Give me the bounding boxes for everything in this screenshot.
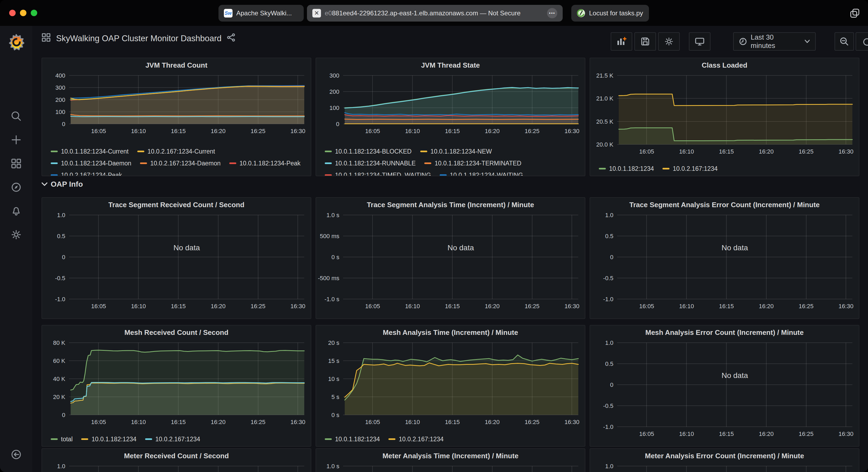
dashboards-icon[interactable] bbox=[10, 158, 22, 169]
legend-item[interactable]: total bbox=[51, 436, 72, 443]
panel-title[interactable]: JVM Thread Count bbox=[42, 58, 311, 72]
svg-text:16:20: 16:20 bbox=[759, 431, 774, 437]
svg-text:16:15: 16:15 bbox=[719, 148, 734, 155]
legend-item[interactable]: 10.0.2.167:1234-Current bbox=[137, 148, 215, 155]
tab-more-icon[interactable]: ••• bbox=[547, 8, 557, 18]
svg-text:20.5 K: 20.5 K bbox=[596, 118, 613, 125]
time-range-picker[interactable]: Last 30 minutes bbox=[733, 32, 816, 50]
legend-item[interactable]: 10.0.1.182:1234 bbox=[599, 165, 654, 172]
svg-text:16:15: 16:15 bbox=[445, 419, 460, 426]
sign-in-icon[interactable] bbox=[10, 449, 22, 460]
svg-text:0: 0 bbox=[62, 412, 65, 418]
refresh-button-group bbox=[856, 32, 868, 50]
panel-title[interactable]: Mesh Analysis Time (Increment) / Minute bbox=[316, 326, 585, 339]
minimize-window-button[interactable] bbox=[20, 10, 26, 16]
save-dashboard-button[interactable] bbox=[634, 32, 656, 50]
tab-skywalking[interactable]: Sw Apache SkyWalki... bbox=[218, 5, 304, 22]
legend-item[interactable]: 10.0.1.182:1234-WAITING bbox=[440, 172, 523, 176]
tab-overview-icon[interactable] bbox=[850, 9, 859, 20]
legend-item[interactable]: 10.0.2.167:1234 bbox=[145, 436, 200, 443]
svg-text:16:15: 16:15 bbox=[445, 128, 460, 134]
legend-item[interactable]: 10.0.1.182:1234-Peak bbox=[229, 160, 301, 167]
add-panel-button[interactable] bbox=[611, 32, 632, 50]
panel-mesh-analysis-error-count-increment-minute: Mesh Analysis Error Count (Increment) / … bbox=[590, 325, 859, 447]
legend-item[interactable]: 10.0.1.182:1234-NEW bbox=[420, 148, 492, 155]
legend-item[interactable]: 10.0.1.182:1234-TERMINATED bbox=[424, 160, 521, 167]
legend-item[interactable]: 10.0.1.182:1234-RUNNABLE bbox=[325, 160, 416, 167]
tab-active-grafana[interactable]: ✕ e0881eed4-22961232.ap-east-1.elb.amazo… bbox=[307, 5, 563, 22]
svg-text:16:20: 16:20 bbox=[485, 128, 500, 134]
configuration-gear-icon[interactable] bbox=[10, 229, 22, 240]
dashboard-settings-button[interactable] bbox=[658, 32, 680, 50]
chart[interactable]: -1.0-0.500.51.016:0516:1016:1516:2016:25… bbox=[590, 463, 859, 472]
panel-jvm-thread-count: JVM Thread Count010020030040016:0516:101… bbox=[41, 58, 311, 176]
svg-text:1.0: 1.0 bbox=[605, 339, 613, 346]
skywalking-favicon: Sw bbox=[224, 9, 232, 18]
panel-title[interactable]: Mesh Received Count / Second bbox=[42, 326, 311, 339]
zoom-window-button[interactable] bbox=[31, 10, 37, 16]
refresh-icon[interactable] bbox=[856, 37, 868, 46]
svg-text:16:20: 16:20 bbox=[211, 128, 225, 134]
tab-close-icon[interactable]: ✕ bbox=[312, 9, 321, 18]
zoom-out-button[interactable] bbox=[835, 32, 854, 50]
svg-text:20 K: 20 K bbox=[53, 394, 66, 400]
section-row-oap-info[interactable]: OAP Info bbox=[41, 180, 83, 189]
chart[interactable]: -1.0-0.500.51.016:0516:1016:1516:2016:25… bbox=[590, 212, 859, 312]
page-title[interactable]: SkyWalking OAP Cluster Monitor Dashboard bbox=[56, 34, 221, 43]
legend-item[interactable]: 10.0.1.182:1234-BLOCKED bbox=[325, 148, 412, 155]
legend-item[interactable]: 10.0.1.182:1234 bbox=[325, 436, 380, 443]
chart[interactable]: 0 s5 s10 s15 s20 s16:0516:1016:1516:2016… bbox=[316, 339, 585, 428]
panel-title[interactable]: Trace Segment Received Count / Second bbox=[42, 198, 311, 212]
panel-title[interactable]: Mesh Analysis Error Count (Increment) / … bbox=[590, 326, 859, 339]
legend-item[interactable]: 10.0.2.167:1234-Peak bbox=[51, 172, 122, 176]
svg-text:16:10: 16:10 bbox=[405, 128, 420, 134]
legend-item[interactable]: 10.0.2.167:1234-Daemon bbox=[140, 160, 221, 167]
legend-item[interactable]: 10.0.2.167:1234 bbox=[389, 436, 443, 443]
chart[interactable]: 20.0 K20.5 K21.0 K21.5 K16:0516:1016:151… bbox=[590, 72, 859, 157]
svg-text:16:30: 16:30 bbox=[564, 419, 579, 426]
legend-color-dash bbox=[325, 163, 332, 164]
chart[interactable]: -1.0-0.500.51.016:0516:1016:1516:2016:25… bbox=[590, 339, 859, 440]
close-window-button[interactable] bbox=[9, 10, 16, 16]
legend-item[interactable]: 10.0.1.182:1234 bbox=[81, 436, 136, 443]
grafana-sidebar bbox=[0, 26, 32, 472]
legend-item[interactable]: 10.0.1.182:1234-Daemon bbox=[51, 160, 131, 167]
panel-title[interactable]: Meter Analysis Error Count (Increment) /… bbox=[590, 449, 859, 463]
legend-label: 10.0.1.182:1234 bbox=[91, 436, 136, 443]
legend-color-dash bbox=[599, 168, 606, 169]
svg-text:16:30: 16:30 bbox=[839, 148, 854, 155]
legend-color-dash bbox=[51, 150, 58, 152]
cycle-view-tv-button[interactable] bbox=[689, 32, 711, 50]
alerting-bell-icon[interactable] bbox=[10, 205, 22, 216]
svg-text:16:25: 16:25 bbox=[251, 128, 266, 134]
share-icon[interactable] bbox=[227, 33, 236, 44]
tab-locust[interactable]: Locust for tasks.py bbox=[571, 5, 649, 22]
svg-text:60 K: 60 K bbox=[53, 358, 66, 364]
chart[interactable]: 010020030040016:0516:1016:1516:2016:2516… bbox=[42, 72, 311, 137]
svg-text:300: 300 bbox=[329, 72, 339, 79]
legend: 10.0.1.182:1234-BLOCKED10.0.1.182:1234-N… bbox=[316, 145, 585, 176]
search-icon[interactable] bbox=[10, 110, 22, 122]
chart[interactable]: 010020030016:0516:1016:1516:2016:2516:30 bbox=[316, 72, 585, 137]
panel-title[interactable]: Meter Analysis Time (Increment) / Minute bbox=[316, 449, 585, 463]
grafana-logo[interactable] bbox=[8, 34, 24, 51]
explore-compass-icon[interactable] bbox=[10, 181, 22, 193]
legend-label: 10.0.2.167:1234-Current bbox=[148, 148, 215, 155]
chart[interactable]: 020 K40 K60 K80 K16:0516:1016:1516:2016:… bbox=[42, 339, 311, 428]
chart[interactable]: -1.0-0.500.51.016:0516:1016:1516:2016:25… bbox=[42, 463, 311, 472]
legend-item[interactable]: 10.0.1.182:1234-Current bbox=[51, 148, 129, 155]
tab-title: Locust for tasks.py bbox=[589, 9, 643, 17]
panel-title[interactable]: Trace Segment Analysis Error Count (Incr… bbox=[590, 198, 859, 212]
legend-color-dash bbox=[325, 438, 332, 440]
legend-color-dash bbox=[440, 174, 447, 176]
panel-title[interactable]: JVM Thread State bbox=[316, 58, 585, 72]
create-plus-icon[interactable] bbox=[10, 134, 22, 145]
chart[interactable]: -1.0-0.500.51.016:0516:1016:1516:2016:25… bbox=[42, 212, 311, 312]
panel-title[interactable]: Class Loaded bbox=[590, 58, 859, 72]
chart[interactable]: -1.0 s-500 ms0 s500 ms1.0 s16:0516:1016:… bbox=[316, 463, 585, 472]
legend-item[interactable]: 10.0.2.167:1234 bbox=[662, 165, 717, 172]
chart[interactable]: -1.0 s-500 ms0 s500 ms1.0 s16:0516:1016:… bbox=[316, 212, 585, 312]
panel-title[interactable]: Trace Segment Analysis Time (Increment) … bbox=[316, 198, 585, 212]
panel-title[interactable]: Meter Received Count / Second bbox=[42, 449, 311, 463]
legend-item[interactable]: 10.0.1.182:1234-TIMED_WAITING bbox=[325, 172, 431, 176]
